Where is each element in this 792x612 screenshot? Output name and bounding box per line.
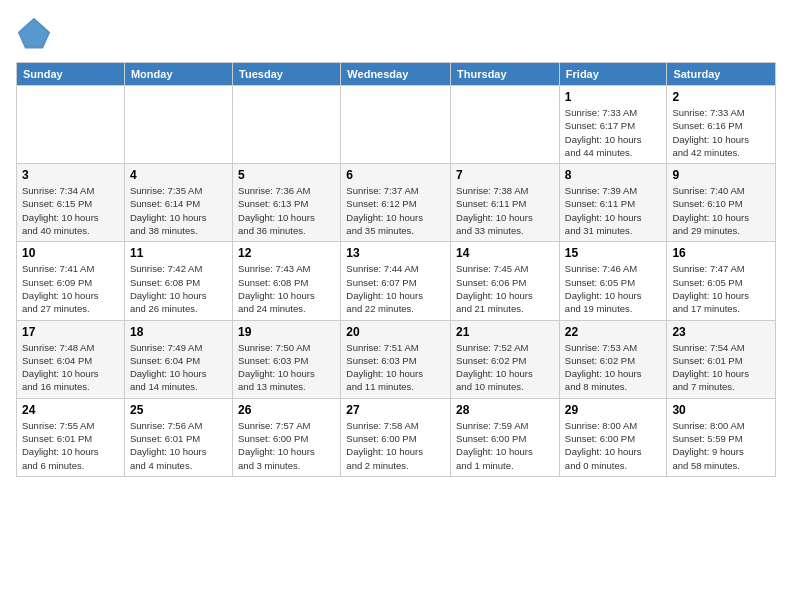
day-number: 1 (565, 90, 662, 104)
day-number: 24 (22, 403, 119, 417)
day-cell: 9Sunrise: 7:40 AM Sunset: 6:10 PM Daylig… (667, 164, 776, 242)
day-number: 12 (238, 246, 335, 260)
day-cell: 12Sunrise: 7:43 AM Sunset: 6:08 PM Dayli… (233, 242, 341, 320)
day-cell: 21Sunrise: 7:52 AM Sunset: 6:02 PM Dayli… (451, 320, 560, 398)
day-info: Sunrise: 7:50 AM Sunset: 6:03 PM Dayligh… (238, 341, 335, 394)
day-number: 16 (672, 246, 770, 260)
day-number: 6 (346, 168, 445, 182)
day-number: 30 (672, 403, 770, 417)
day-number: 23 (672, 325, 770, 339)
day-cell: 7Sunrise: 7:38 AM Sunset: 6:11 PM Daylig… (451, 164, 560, 242)
day-number: 18 (130, 325, 227, 339)
day-info: Sunrise: 7:58 AM Sunset: 6:00 PM Dayligh… (346, 419, 445, 472)
day-number: 25 (130, 403, 227, 417)
col-header-friday: Friday (559, 63, 667, 86)
col-header-thursday: Thursday (451, 63, 560, 86)
day-cell: 10Sunrise: 7:41 AM Sunset: 6:09 PM Dayli… (17, 242, 125, 320)
day-cell: 6Sunrise: 7:37 AM Sunset: 6:12 PM Daylig… (341, 164, 451, 242)
day-cell (124, 86, 232, 164)
day-cell: 2Sunrise: 7:33 AM Sunset: 6:16 PM Daylig… (667, 86, 776, 164)
week-row-2: 3Sunrise: 7:34 AM Sunset: 6:15 PM Daylig… (17, 164, 776, 242)
day-cell: 16Sunrise: 7:47 AM Sunset: 6:05 PM Dayli… (667, 242, 776, 320)
day-cell: 29Sunrise: 8:00 AM Sunset: 6:00 PM Dayli… (559, 398, 667, 476)
day-info: Sunrise: 7:54 AM Sunset: 6:01 PM Dayligh… (672, 341, 770, 394)
calendar-header-row: SundayMondayTuesdayWednesdayThursdayFrid… (17, 63, 776, 86)
day-cell: 24Sunrise: 7:55 AM Sunset: 6:01 PM Dayli… (17, 398, 125, 476)
day-cell: 19Sunrise: 7:50 AM Sunset: 6:03 PM Dayli… (233, 320, 341, 398)
col-header-saturday: Saturday (667, 63, 776, 86)
day-number: 28 (456, 403, 554, 417)
day-info: Sunrise: 7:52 AM Sunset: 6:02 PM Dayligh… (456, 341, 554, 394)
day-info: Sunrise: 7:47 AM Sunset: 6:05 PM Dayligh… (672, 262, 770, 315)
col-header-wednesday: Wednesday (341, 63, 451, 86)
day-cell: 30Sunrise: 8:00 AM Sunset: 5:59 PM Dayli… (667, 398, 776, 476)
day-info: Sunrise: 7:44 AM Sunset: 6:07 PM Dayligh… (346, 262, 445, 315)
day-info: Sunrise: 7:56 AM Sunset: 6:01 PM Dayligh… (130, 419, 227, 472)
day-info: Sunrise: 7:55 AM Sunset: 6:01 PM Dayligh… (22, 419, 119, 472)
day-number: 22 (565, 325, 662, 339)
logo-icon (16, 16, 52, 52)
day-number: 29 (565, 403, 662, 417)
day-info: Sunrise: 7:51 AM Sunset: 6:03 PM Dayligh… (346, 341, 445, 394)
day-cell: 1Sunrise: 7:33 AM Sunset: 6:17 PM Daylig… (559, 86, 667, 164)
day-number: 2 (672, 90, 770, 104)
day-number: 8 (565, 168, 662, 182)
day-info: Sunrise: 7:33 AM Sunset: 6:16 PM Dayligh… (672, 106, 770, 159)
day-number: 11 (130, 246, 227, 260)
calendar-table: SundayMondayTuesdayWednesdayThursdayFrid… (16, 62, 776, 477)
logo (16, 16, 56, 52)
day-number: 4 (130, 168, 227, 182)
day-cell: 18Sunrise: 7:49 AM Sunset: 6:04 PM Dayli… (124, 320, 232, 398)
day-cell: 15Sunrise: 7:46 AM Sunset: 6:05 PM Dayli… (559, 242, 667, 320)
day-number: 3 (22, 168, 119, 182)
day-info: Sunrise: 7:38 AM Sunset: 6:11 PM Dayligh… (456, 184, 554, 237)
day-cell: 11Sunrise: 7:42 AM Sunset: 6:08 PM Dayli… (124, 242, 232, 320)
col-header-tuesday: Tuesday (233, 63, 341, 86)
day-info: Sunrise: 7:46 AM Sunset: 6:05 PM Dayligh… (565, 262, 662, 315)
day-info: Sunrise: 7:57 AM Sunset: 6:00 PM Dayligh… (238, 419, 335, 472)
day-cell: 4Sunrise: 7:35 AM Sunset: 6:14 PM Daylig… (124, 164, 232, 242)
day-number: 14 (456, 246, 554, 260)
day-cell (17, 86, 125, 164)
day-number: 26 (238, 403, 335, 417)
day-cell: 14Sunrise: 7:45 AM Sunset: 6:06 PM Dayli… (451, 242, 560, 320)
day-number: 10 (22, 246, 119, 260)
day-info: Sunrise: 7:45 AM Sunset: 6:06 PM Dayligh… (456, 262, 554, 315)
day-cell: 3Sunrise: 7:34 AM Sunset: 6:15 PM Daylig… (17, 164, 125, 242)
day-number: 20 (346, 325, 445, 339)
col-header-sunday: Sunday (17, 63, 125, 86)
day-info: Sunrise: 7:35 AM Sunset: 6:14 PM Dayligh… (130, 184, 227, 237)
page-header (16, 16, 776, 52)
day-number: 21 (456, 325, 554, 339)
day-info: Sunrise: 7:48 AM Sunset: 6:04 PM Dayligh… (22, 341, 119, 394)
day-number: 19 (238, 325, 335, 339)
day-cell: 13Sunrise: 7:44 AM Sunset: 6:07 PM Dayli… (341, 242, 451, 320)
day-info: Sunrise: 7:42 AM Sunset: 6:08 PM Dayligh… (130, 262, 227, 315)
day-cell: 26Sunrise: 7:57 AM Sunset: 6:00 PM Dayli… (233, 398, 341, 476)
day-number: 7 (456, 168, 554, 182)
day-info: Sunrise: 7:40 AM Sunset: 6:10 PM Dayligh… (672, 184, 770, 237)
day-cell: 25Sunrise: 7:56 AM Sunset: 6:01 PM Dayli… (124, 398, 232, 476)
day-info: Sunrise: 7:36 AM Sunset: 6:13 PM Dayligh… (238, 184, 335, 237)
week-row-3: 10Sunrise: 7:41 AM Sunset: 6:09 PM Dayli… (17, 242, 776, 320)
day-number: 15 (565, 246, 662, 260)
day-cell: 20Sunrise: 7:51 AM Sunset: 6:03 PM Dayli… (341, 320, 451, 398)
day-info: Sunrise: 7:49 AM Sunset: 6:04 PM Dayligh… (130, 341, 227, 394)
day-info: Sunrise: 7:43 AM Sunset: 6:08 PM Dayligh… (238, 262, 335, 315)
col-header-monday: Monday (124, 63, 232, 86)
day-info: Sunrise: 7:53 AM Sunset: 6:02 PM Dayligh… (565, 341, 662, 394)
day-cell (341, 86, 451, 164)
day-number: 5 (238, 168, 335, 182)
day-info: Sunrise: 7:37 AM Sunset: 6:12 PM Dayligh… (346, 184, 445, 237)
day-info: Sunrise: 7:39 AM Sunset: 6:11 PM Dayligh… (565, 184, 662, 237)
day-number: 27 (346, 403, 445, 417)
day-info: Sunrise: 8:00 AM Sunset: 6:00 PM Dayligh… (565, 419, 662, 472)
day-cell: 23Sunrise: 7:54 AM Sunset: 6:01 PM Dayli… (667, 320, 776, 398)
day-info: Sunrise: 7:59 AM Sunset: 6:00 PM Dayligh… (456, 419, 554, 472)
week-row-4: 17Sunrise: 7:48 AM Sunset: 6:04 PM Dayli… (17, 320, 776, 398)
day-cell: 17Sunrise: 7:48 AM Sunset: 6:04 PM Dayli… (17, 320, 125, 398)
day-number: 13 (346, 246, 445, 260)
day-cell: 8Sunrise: 7:39 AM Sunset: 6:11 PM Daylig… (559, 164, 667, 242)
week-row-1: 1Sunrise: 7:33 AM Sunset: 6:17 PM Daylig… (17, 86, 776, 164)
day-cell: 28Sunrise: 7:59 AM Sunset: 6:00 PM Dayli… (451, 398, 560, 476)
